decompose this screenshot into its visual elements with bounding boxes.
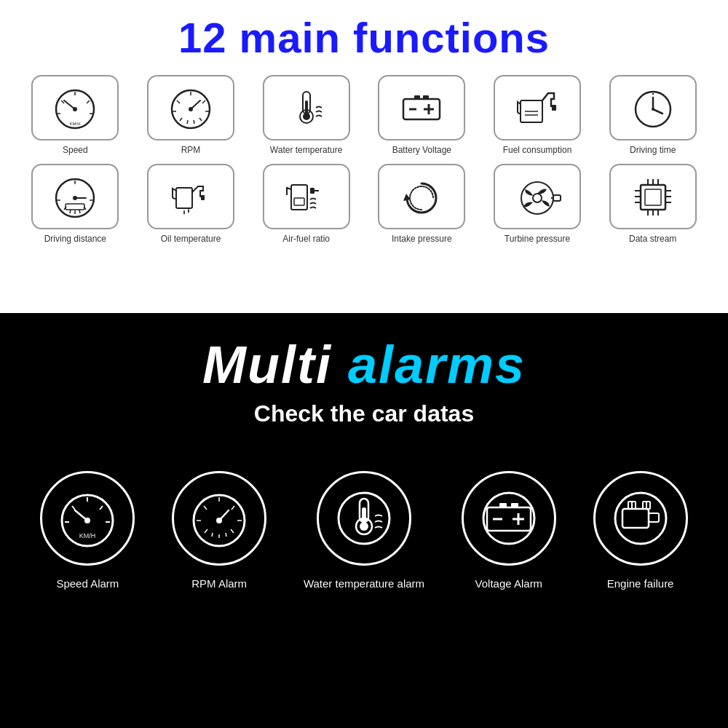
alarm-engine-label: Engine failure [607, 576, 674, 591]
intake-icon-box [378, 164, 465, 229]
svg-point-24 [303, 113, 310, 120]
alarm-speed-circle: KM/H [40, 471, 135, 566]
svg-rect-51 [66, 204, 84, 210]
functions-grid: KM/H Speed [22, 75, 706, 245]
alarm-engine-circle [593, 471, 688, 566]
air-fuel-icon [281, 175, 332, 218]
svg-text:KM/H: KM/H [79, 532, 96, 539]
data-stream-icon [628, 175, 678, 218]
alarm-speed: KM/H Speed Alarm [40, 471, 135, 591]
function-air-fuel: Air-fuel ratio [253, 164, 360, 245]
svg-line-12 [194, 120, 194, 124]
water-temp-label: Water temperature [270, 145, 343, 157]
alarm-voltage-circle [462, 471, 556, 566]
battery-icon-box [378, 75, 465, 141]
driving-time-label: Driving time [630, 145, 676, 157]
svg-line-94 [204, 506, 207, 510]
air-fuel-label: Air-fuel ratio [282, 234, 330, 245]
svg-line-90 [231, 529, 234, 533]
svg-line-87 [212, 533, 213, 537]
function-oil-temp: Oil temperature [138, 164, 245, 245]
svg-rect-26 [414, 95, 420, 99]
water-temp-icon-box [263, 75, 350, 141]
driving-distance-label: Driving distance [44, 234, 106, 245]
function-turbine: Turbine pressure [484, 164, 591, 245]
svg-rect-60 [553, 195, 561, 201]
svg-rect-25 [403, 99, 440, 119]
svg-point-58 [521, 182, 553, 214]
fuel-icon [512, 86, 563, 130]
driving-distance-icon [50, 175, 100, 218]
alarm-water-temp-icon [331, 486, 397, 551]
svg-line-95 [232, 506, 234, 510]
svg-line-86 [205, 529, 207, 533]
svg-rect-52 [176, 188, 192, 208]
data-stream-icon-box [609, 164, 697, 229]
function-water-temp: Water temperature [253, 75, 360, 157]
intake-label: Intake pressure [392, 234, 452, 245]
turbine-icon [512, 175, 563, 218]
alarm-rpm-circle [172, 471, 266, 566]
fuel-label: Fuel consumption [503, 145, 572, 157]
alarm-engine: Engine failure [593, 471, 688, 591]
alarm-engine-icon [608, 486, 673, 551]
main-title: 12 main functions [178, 13, 550, 62]
alarm-water-temp-label: Water temperature alarm [304, 576, 424, 591]
svg-rect-53 [201, 195, 205, 200]
alarm-voltage: Voltage Alarm [462, 471, 556, 591]
battery-label: Battery Voltage [392, 145, 451, 157]
svg-rect-56 [294, 198, 304, 205]
rpm-label: RPM [181, 145, 201, 157]
svg-rect-114 [649, 513, 659, 522]
oil-temp-icon-box [147, 164, 234, 229]
svg-point-103 [483, 493, 534, 544]
alarms-grid: KM/H Speed Alarm [22, 471, 706, 591]
turbine-label: Turbine pressure [505, 234, 570, 245]
alarm-speed-icon: KM/H [55, 486, 120, 551]
subtitle: Check the car datas [254, 400, 474, 427]
data-stream-label: Data stream [629, 234, 676, 245]
svg-rect-55 [310, 188, 314, 194]
svg-line-10 [180, 118, 182, 121]
svg-line-16 [202, 100, 205, 103]
rpm-icon [165, 86, 216, 130]
driving-distance-icon-box [31, 164, 119, 229]
svg-rect-106 [511, 503, 518, 507]
svg-rect-62 [641, 185, 665, 210]
svg-line-7 [87, 100, 90, 103]
svg-rect-111 [622, 509, 649, 528]
function-intake: Intake pressure [368, 164, 475, 245]
svg-point-3 [73, 107, 77, 111]
svg-line-15 [177, 100, 180, 103]
svg-point-50 [73, 196, 77, 200]
oil-temp-icon [165, 175, 216, 218]
driving-time-icon-box [609, 75, 697, 141]
svg-line-89 [226, 533, 226, 537]
multi-alarms-title: Multi alarms [202, 335, 526, 395]
function-fuel: Fuel consumption [484, 75, 591, 157]
alarm-water-temp: Water temperature alarm [304, 471, 424, 591]
svg-rect-32 [552, 105, 556, 111]
svg-line-83 [100, 506, 103, 510]
function-driving-distance: Driving distance [22, 164, 129, 245]
svg-point-102 [360, 522, 368, 531]
alarm-voltage-icon [476, 486, 542, 551]
function-rpm: RPM [138, 75, 245, 157]
svg-rect-27 [423, 95, 429, 99]
svg-text:KM/H: KM/H [70, 122, 81, 126]
svg-line-11 [187, 120, 188, 124]
svg-point-97 [216, 518, 222, 523]
top-section: 12 main functions KM/H Speed [0, 0, 728, 313]
svg-point-20 [189, 107, 193, 111]
battery-icon [396, 86, 447, 130]
driving-time-icon [628, 86, 678, 130]
fuel-icon-box [494, 75, 581, 141]
bottom-section: Multi alarms Check the car datas KM/H Sp… [0, 313, 728, 728]
alarm-rpm-label: RPM Alarm [191, 576, 247, 591]
alarm-rpm-icon [186, 486, 252, 551]
function-battery: Battery Voltage [368, 75, 475, 157]
speed-label: Speed [63, 145, 88, 157]
alarm-rpm: RPM Alarm [172, 471, 266, 591]
svg-line-81 [72, 506, 75, 510]
multi-word: Multi [202, 336, 348, 394]
